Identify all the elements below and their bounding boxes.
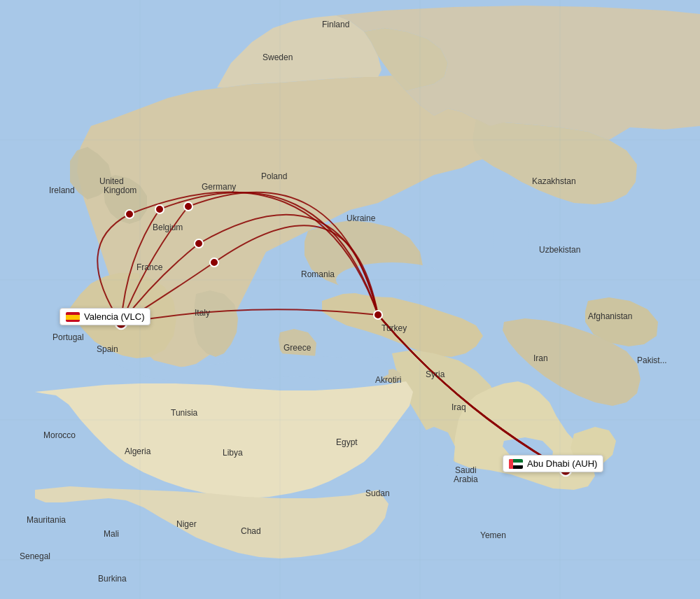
- abu-dhabi-label: Abu Dhabi (AUH): [503, 455, 603, 472]
- svg-point-1: [493, 199, 528, 276]
- valencia-label-text: Valencia (VLC): [84, 311, 144, 322]
- abu-dhabi-label-text: Abu Dhabi (AUH): [527, 458, 597, 469]
- valencia-label: Valencia (VLC): [59, 308, 150, 325]
- spain-flag: [66, 312, 80, 322]
- map-background: [0, 0, 700, 599]
- map-container: Ireland United Kingdom Sweden Finland Be…: [0, 0, 700, 599]
- uae-flag: [509, 459, 523, 469]
